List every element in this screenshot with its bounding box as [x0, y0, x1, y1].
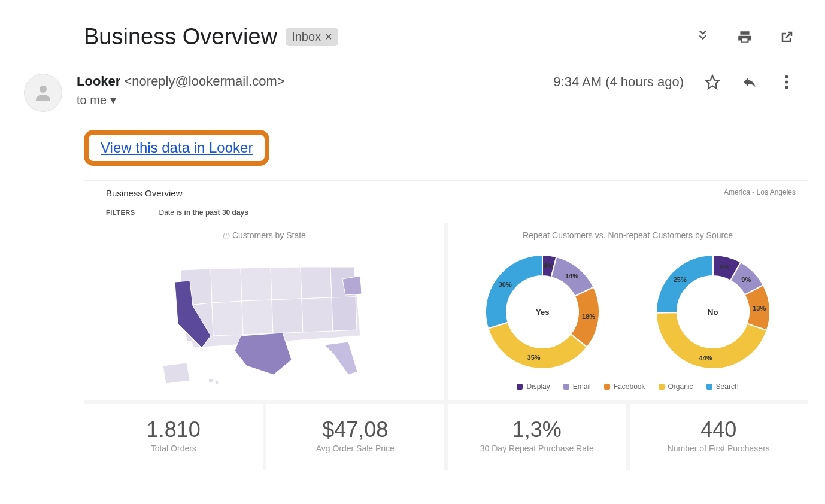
from-address: <noreply@lookermail.com> — [124, 74, 284, 89]
close-icon[interactable]: ✕ — [324, 31, 332, 42]
legend-item: Organic — [659, 382, 693, 391]
svg-text:18%: 18% — [582, 313, 595, 320]
svg-point-6 — [208, 378, 213, 383]
view-data-link-highlight: View this data in Looker — [84, 130, 269, 166]
filter-text: Date is in the past 30 days — [159, 208, 248, 217]
filters-label: FILTERS — [106, 209, 135, 216]
svg-text:8%: 8% — [720, 263, 729, 271]
svg-text:44%: 44% — [699, 354, 712, 362]
donut-no: 8%9%13%44%25% No — [647, 246, 779, 378]
svg-text:4%: 4% — [544, 262, 553, 269]
more-icon[interactable] — [778, 74, 795, 90]
inbox-label-chip[interactable]: Inbox ✕ — [286, 28, 338, 46]
dashboard-title: Business Overview — [106, 188, 183, 198]
reply-icon[interactable] — [741, 74, 758, 90]
svg-point-0 — [40, 86, 47, 93]
svg-text:30%: 30% — [499, 281, 512, 288]
inbox-label-text: Inbox — [292, 30, 321, 44]
legend-item: Display — [517, 382, 550, 391]
donut-no-center: No — [708, 308, 718, 317]
us-map — [94, 246, 435, 390]
svg-text:25%: 25% — [674, 276, 687, 283]
kpi-tile: 440Number of First Purchasers — [626, 404, 808, 470]
collapse-icon[interactable] — [694, 29, 711, 45]
donut-legend: DisplayEmailFacebookOrganicSearch — [457, 382, 798, 391]
view-data-link[interactable]: View this data in Looker — [101, 139, 253, 156]
kpi-tile: $47,08Avg Order Sale Price — [263, 404, 445, 470]
dashboard-embed: Business Overview America - Los Angeles … — [84, 180, 808, 470]
to-line-text: to me — [77, 93, 107, 107]
tile-donut-title: Repeat Customers vs. Non-repeat Customer… — [457, 230, 798, 240]
svg-point-2 — [785, 75, 788, 78]
from-name: Looker — [77, 74, 120, 89]
filter-prefix: Date — [159, 208, 177, 217]
tile-customers-by-state: ◷ Customers by State — [84, 223, 444, 400]
kpi-tile: 1,3%30 Day Repeat Purchase Rate — [444, 404, 626, 470]
tile-repeat-customers: Repeat Customers vs. Non-repeat Customer… — [444, 223, 808, 400]
chevron-down-icon: ▾ — [110, 93, 116, 107]
donut-yes: 4%14%18%35%30% Yes — [477, 246, 608, 378]
dashboard-timezone: America - Los Angeles — [724, 188, 796, 198]
svg-text:9%: 9% — [741, 276, 751, 283]
legend-item: Search — [706, 382, 739, 391]
avatar — [24, 74, 62, 112]
svg-point-3 — [785, 80, 788, 83]
star-icon[interactable] — [704, 74, 721, 90]
donut-yes-center: Yes — [536, 308, 549, 317]
svg-point-4 — [785, 86, 788, 89]
svg-point-7 — [215, 381, 219, 384]
print-icon[interactable] — [736, 29, 753, 45]
timestamp: 9:34 AM (4 hours ago) — [553, 74, 684, 90]
svg-marker-1 — [706, 75, 719, 89]
open-new-window-icon[interactable] — [778, 29, 795, 45]
recipient-dropdown[interactable]: to me ▾ — [77, 93, 539, 107]
kpi-tile: 1.810Total Orders — [84, 404, 263, 470]
svg-text:13%: 13% — [753, 305, 766, 312]
filter-value: is in the past 30 days — [176, 208, 248, 217]
from-line: Looker <noreply@lookermail.com> — [77, 74, 539, 89]
kpi-row: 1.810Total Orders$47,08Avg Order Sale Pr… — [84, 400, 808, 470]
svg-text:35%: 35% — [527, 354, 541, 361]
tile-map-title: Customers by State — [232, 230, 306, 240]
legend-item: Facebook — [604, 382, 645, 391]
legend-item: Email — [563, 382, 591, 391]
svg-text:14%: 14% — [565, 272, 578, 280]
email-subject: Business Overview — [84, 24, 277, 50]
